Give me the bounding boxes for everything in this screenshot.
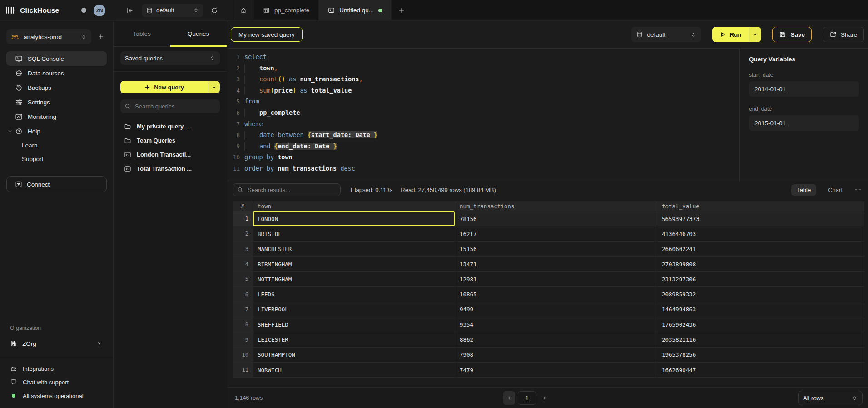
next-page-button[interactable] xyxy=(539,391,551,405)
saved-queries-selector[interactable]: Saved queries xyxy=(120,51,220,65)
results-more-button[interactable] xyxy=(854,186,862,193)
view-tab-chart[interactable]: Chart xyxy=(823,184,848,196)
cell-total-value[interactable]: 2089859332 xyxy=(657,287,864,302)
cell-num-transactions[interactable]: 13471 xyxy=(455,257,657,272)
page-size-selector[interactable]: All rows xyxy=(798,391,863,405)
sidebar-item-monitoring[interactable]: Monitoring xyxy=(6,109,107,124)
query-tab-pill[interactable]: My new saved query xyxy=(231,27,303,42)
cell-num-transactions[interactable]: 10865 xyxy=(455,287,657,302)
sidebar-item-data-sources[interactable]: Data sources xyxy=(6,66,107,80)
column-header-town[interactable]: town xyxy=(253,201,455,211)
cell-total-value[interactable]: 2035821116 xyxy=(657,332,864,347)
database-selector[interactable]: default xyxy=(142,4,203,17)
cell-total-value[interactable]: 1965378256 xyxy=(657,348,864,363)
system-status-link[interactable]: All systems operational xyxy=(0,389,113,403)
cell-num-transactions[interactable]: 9354 xyxy=(455,317,657,332)
cell-town[interactable]: BIRMINGHAM xyxy=(253,257,455,272)
list-item-london-transactions[interactable]: London Transacti... xyxy=(120,147,220,162)
table-row[interactable]: 2BRISTOL162174136446703 xyxy=(233,226,864,241)
page-number-box[interactable]: 1 xyxy=(518,391,536,405)
run-options-button[interactable] xyxy=(749,27,761,42)
service-selector[interactable]: analytics-prod xyxy=(6,29,91,44)
share-button[interactable]: Share xyxy=(823,27,864,42)
tab-pp-complete[interactable]: pp_complete xyxy=(254,0,319,20)
cell-num-transactions[interactable]: 7908 xyxy=(455,348,657,363)
table-row[interactable]: 7LIVERPOOL94991464994863 xyxy=(233,302,864,317)
cell-num-transactions[interactable]: 15156 xyxy=(455,242,657,257)
cell-town[interactable]: NOTTINGHAM xyxy=(253,272,455,287)
run-button[interactable]: Run xyxy=(712,27,749,42)
sidebar-item-chat-support[interactable]: Chat with support xyxy=(0,375,113,389)
table-row[interactable]: 3MANCHESTER151562660602241 xyxy=(233,242,864,257)
list-item-total-transactions[interactable]: Total Transaction ... xyxy=(120,162,220,176)
tab-queries[interactable]: Queries xyxy=(170,21,227,46)
table-row[interactable]: 4BIRMINGHAM134712703899808 xyxy=(233,257,864,272)
cell-total-value[interactable]: 1464994863 xyxy=(657,302,864,317)
sidebar-item-backups[interactable]: Backups xyxy=(6,80,107,95)
cell-town[interactable]: LEICESTER xyxy=(253,332,455,347)
previous-page-button[interactable] xyxy=(503,391,515,405)
add-service-button[interactable] xyxy=(95,31,107,43)
run-database-selector[interactable]: default xyxy=(631,27,701,42)
new-query-button[interactable]: New query xyxy=(120,81,208,93)
organization-switcher[interactable]: ZOrg xyxy=(6,336,107,351)
list-item-label: Total Transaction ... xyxy=(137,165,192,172)
table-row[interactable]: 11NORWICH74791662690447 xyxy=(233,363,864,378)
column-header-index[interactable]: # xyxy=(233,201,253,211)
column-header-num-transactions[interactable]: num_transactions xyxy=(455,201,657,211)
terminal-icon xyxy=(124,151,131,158)
view-tab-table[interactable]: Table xyxy=(791,184,816,196)
cell-num-transactions[interactable]: 8862 xyxy=(455,332,657,347)
cell-total-value[interactable]: 2703899808 xyxy=(657,257,864,272)
collapse-sidebar-button[interactable] xyxy=(124,4,136,17)
cell-town[interactable]: BRISTOL xyxy=(253,226,455,241)
table-row[interactable]: 10SOUTHAMPTON79081965378256 xyxy=(233,348,864,363)
cell-total-value[interactable]: 1662690447 xyxy=(657,363,864,378)
cell-town[interactable]: SOUTHAMPTON xyxy=(253,348,455,363)
sidebar-item-learn[interactable]: Learn xyxy=(6,138,107,152)
sidebar-item-support[interactable]: Support xyxy=(6,152,107,166)
sql-editor[interactable]: 1select2town,3count() as num_transaction… xyxy=(227,49,739,181)
cell-town[interactable]: SHEFFIELD xyxy=(253,317,455,332)
new-query-dropdown-button[interactable] xyxy=(208,81,220,93)
cell-num-transactions[interactable]: 78156 xyxy=(455,211,657,226)
cell-num-transactions[interactable]: 7479 xyxy=(455,363,657,378)
sidebar-item-sql-console[interactable]: SQL Console xyxy=(6,51,107,66)
cell-num-transactions[interactable]: 9499 xyxy=(455,302,657,317)
column-header-total-value[interactable]: total_value xyxy=(657,201,864,211)
end-date-input[interactable] xyxy=(749,115,859,131)
cell-total-value[interactable]: 1765902436 xyxy=(657,317,864,332)
search-results-input[interactable] xyxy=(247,186,336,194)
sidebar-item-help[interactable]: Help xyxy=(6,124,107,138)
table-row[interactable]: 9LEICESTER88622035821116 xyxy=(233,332,864,347)
cell-town[interactable]: LIVERPOOL xyxy=(253,302,455,317)
table-row[interactable]: 6LEEDS108652089859332 xyxy=(233,287,864,302)
sidebar-item-settings[interactable]: Settings xyxy=(6,95,107,109)
home-button[interactable] xyxy=(233,7,254,14)
refresh-button[interactable] xyxy=(208,4,221,17)
connect-button[interactable]: Connect xyxy=(6,176,107,192)
start-date-input[interactable] xyxy=(749,81,859,97)
user-avatar[interactable]: ZN xyxy=(94,5,105,16)
table-row[interactable]: 1LONDON7815656593977373 xyxy=(233,211,864,226)
tab-untitled-query[interactable]: Untitled qu... xyxy=(319,0,392,20)
list-item-team-queries[interactable]: Team Queries xyxy=(120,133,220,147)
tab-tables[interactable]: Tables xyxy=(114,21,170,46)
cell-town[interactable]: MANCHESTER xyxy=(253,242,455,257)
new-tab-button[interactable] xyxy=(392,0,412,20)
cell-town[interactable]: LONDON xyxy=(253,211,455,226)
cell-town[interactable]: LEEDS xyxy=(253,287,455,302)
cell-town[interactable]: NORWICH xyxy=(253,363,455,378)
cell-total-value[interactable]: 56593977373 xyxy=(657,211,864,226)
search-queries-input[interactable] xyxy=(134,103,216,110)
sidebar-item-integrations[interactable]: Integrations xyxy=(0,362,113,375)
cell-total-value[interactable]: 4136446703 xyxy=(657,226,864,241)
cell-total-value[interactable]: 2660602241 xyxy=(657,242,864,257)
table-row[interactable]: 5NOTTINGHAM129812313297306 xyxy=(233,272,864,287)
cell-num-transactions[interactable]: 16217 xyxy=(455,226,657,241)
cell-total-value[interactable]: 2313297306 xyxy=(657,272,864,287)
save-button[interactable]: Save xyxy=(772,27,812,42)
table-row[interactable]: 8SHEFFIELD93541765902436 xyxy=(233,317,864,332)
list-item-my-private-query[interactable]: My private query ... xyxy=(120,119,220,133)
cell-num-transactions[interactable]: 12981 xyxy=(455,272,657,287)
